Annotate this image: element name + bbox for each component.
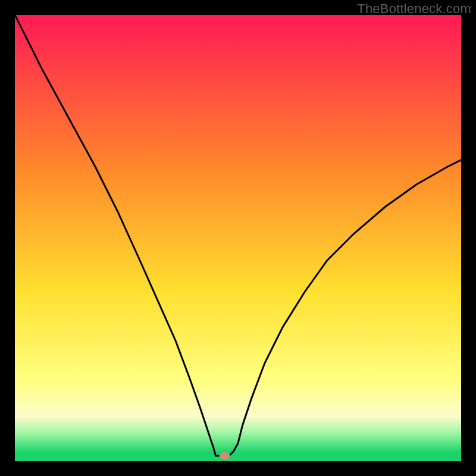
plot-area <box>15 15 461 461</box>
bottleneck-chart <box>15 15 461 461</box>
gradient-background <box>15 15 461 461</box>
optimum-marker <box>220 452 230 459</box>
chart-frame: TheBottleneck.com <box>0 0 476 476</box>
watermark-text: TheBottleneck.com <box>357 1 471 17</box>
